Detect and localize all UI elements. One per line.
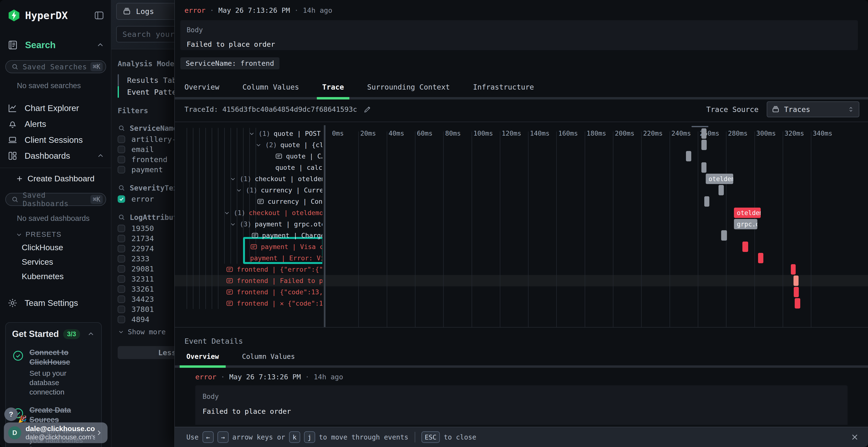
span-row[interactable]: quote | calc… bbox=[175, 162, 322, 173]
preset-item-kubernetes[interactable]: Kubernetes bbox=[22, 272, 111, 282]
span-row[interactable]: (1)checkout | oteldemo.Pa… bbox=[175, 207, 322, 218]
span-row[interactable]: (2)quote | {cl… bbox=[175, 139, 322, 150]
checkbox[interactable] bbox=[118, 235, 125, 242]
span-row[interactable]: payment | Charge … bbox=[175, 230, 322, 241]
span-row[interactable]: (1)currency | Currenc… bbox=[175, 184, 322, 196]
span-bar-label: oteldem bbox=[734, 209, 761, 216]
timeline-gridline bbox=[585, 132, 585, 327]
span-bar[interactable]: oteldem bbox=[734, 208, 761, 218]
checkbox[interactable] bbox=[118, 255, 125, 263]
event-details-tab-overview[interactable]: Overview bbox=[180, 350, 226, 365]
checkbox[interactable] bbox=[118, 166, 125, 173]
tab-trace[interactable]: Trace bbox=[322, 79, 344, 97]
span-row[interactable]: frontend | {"code":13,"det… bbox=[175, 286, 322, 298]
sidebar-nav: Chart ExplorerAlertsClient SessionsDashb… bbox=[0, 100, 111, 164]
checkbox[interactable] bbox=[118, 225, 125, 232]
checkbox[interactable] bbox=[118, 146, 125, 153]
chevron-down-icon[interactable] bbox=[229, 176, 236, 182]
tree-scrollbar[interactable] bbox=[324, 125, 326, 327]
checkbox[interactable] bbox=[118, 195, 125, 203]
span-bar[interactable] bbox=[794, 276, 799, 286]
collapse-sidebar-icon[interactable] bbox=[94, 10, 105, 21]
preset-item-clickhouse[interactable]: ClickHouse bbox=[22, 243, 111, 253]
span-row[interactable]: (1)quote | POST … bbox=[175, 128, 322, 139]
service-name-tag[interactable]: ServiceName: frontend bbox=[180, 57, 279, 69]
span-row[interactable]: payment | Visa ca… bbox=[175, 241, 322, 252]
span-bar[interactable] bbox=[718, 185, 724, 195]
checkbox[interactable] bbox=[118, 136, 125, 143]
chevron-down-icon[interactable] bbox=[236, 187, 242, 194]
sidebar-item-alerts[interactable]: Alerts bbox=[0, 116, 111, 132]
event-body-card: Body Failed to place order bbox=[180, 20, 858, 50]
checkbox[interactable] bbox=[118, 296, 125, 303]
span-bar[interactable] bbox=[721, 230, 727, 241]
span-row[interactable]: quote | C… bbox=[175, 150, 322, 162]
span-row[interactable]: (3)payment | grpc.oteld… bbox=[175, 218, 322, 230]
sidebar-item-client-sessions[interactable]: Client Sessions bbox=[0, 132, 111, 148]
trace-source-select[interactable]: Traces bbox=[767, 101, 859, 117]
tab-infrastructure[interactable]: Infrastructure bbox=[473, 79, 534, 97]
chevron-up-icon[interactable] bbox=[87, 330, 95, 338]
timeline-scroll-indicator[interactable] bbox=[691, 126, 708, 127]
checkbox[interactable] bbox=[118, 156, 125, 163]
span-bar[interactable] bbox=[758, 253, 763, 263]
event-details-tab-column-values[interactable]: Column Values bbox=[235, 350, 302, 365]
span-bar[interactable] bbox=[794, 287, 799, 297]
span-bar[interactable] bbox=[742, 242, 748, 252]
span-bar[interactable] bbox=[702, 162, 707, 173]
span-bar[interactable]: oteldem bbox=[706, 174, 733, 184]
arrow-left-key[interactable]: ← bbox=[203, 431, 214, 443]
sidebar-item-chart-explorer[interactable]: Chart Explorer bbox=[0, 100, 111, 116]
checkbox[interactable] bbox=[118, 275, 125, 283]
tab-surrounding-context[interactable]: Surrounding Context bbox=[367, 79, 450, 97]
checkbox[interactable] bbox=[118, 265, 125, 273]
span-row[interactable]: frontend | Failed to place… bbox=[175, 275, 322, 286]
get-started-item[interactable]: Connect to ClickHouseSet up your databas… bbox=[12, 348, 95, 397]
user-account-chip[interactable]: D dale@clickhouse.com dale@clickhouse.co… bbox=[4, 422, 107, 443]
close-icon[interactable] bbox=[850, 433, 859, 442]
create-dashboard-button[interactable]: Create Dashboard bbox=[16, 174, 111, 183]
checkbox[interactable] bbox=[118, 285, 125, 293]
trace-id-row: TraceId: 4156d3fbc40a64854d9dc7f68641593… bbox=[184, 101, 859, 118]
preset-item-services[interactable]: Services bbox=[22, 257, 111, 267]
divider bbox=[175, 122, 868, 122]
sidebar-item-team-settings[interactable]: Team Settings bbox=[7, 298, 105, 308]
sidebar-item-search[interactable]: Search bbox=[7, 39, 105, 50]
k-key[interactable]: k bbox=[289, 431, 300, 443]
chevron-down-icon[interactable] bbox=[248, 130, 255, 137]
span-row[interactable]: currency | Conv… bbox=[175, 196, 322, 207]
chevron-down-icon[interactable] bbox=[255, 142, 262, 148]
checkbox[interactable] bbox=[118, 306, 125, 313]
edit-trace-icon[interactable] bbox=[363, 105, 372, 113]
presets-section-toggle[interactable]: PRESETS bbox=[16, 231, 111, 238]
saved-dashboards-input[interactable]: Saved Dashboards ⌘K bbox=[5, 193, 106, 206]
tab-column-values[interactable]: Column Values bbox=[243, 79, 299, 97]
timeline-tick-label: 300ms bbox=[756, 130, 776, 137]
arrow-right-key[interactable]: → bbox=[217, 431, 228, 443]
j-key[interactable]: j bbox=[304, 431, 315, 443]
span-row[interactable]: frontend | ✕ {"code":13,"d… bbox=[175, 298, 322, 309]
tab-overview[interactable]: Overview bbox=[184, 79, 219, 97]
chevron-up-icon[interactable] bbox=[96, 41, 105, 49]
celebration-emoji: 🎉 bbox=[18, 415, 27, 423]
span-row[interactable]: (1)checkout | oteldemo.… bbox=[175, 173, 322, 184]
span-bar[interactable] bbox=[686, 151, 691, 161]
sidebar-item-dashboards[interactable]: Dashboards bbox=[0, 148, 111, 164]
checkbox[interactable] bbox=[118, 316, 125, 323]
shortcut-badge: ⌘K bbox=[90, 195, 103, 204]
span-bar[interactable] bbox=[795, 298, 800, 309]
span-bar[interactable] bbox=[704, 196, 709, 207]
span-bar[interactable] bbox=[702, 140, 707, 150]
span-bar[interactable] bbox=[791, 264, 796, 275]
esc-key[interactable]: ESC bbox=[422, 431, 440, 443]
chevron-down-icon[interactable] bbox=[223, 209, 230, 216]
help-button[interactable]: ? bbox=[4, 408, 18, 421]
span-bar[interactable] bbox=[702, 128, 707, 139]
checkbox[interactable] bbox=[118, 245, 125, 252]
trace-id-text: TraceId: 4156d3fbc40a64854d9dc7f68641593… bbox=[184, 105, 357, 113]
chevron-down-icon[interactable] bbox=[229, 221, 236, 228]
span-row[interactable]: frontend | {"error":{"code… bbox=[175, 264, 322, 275]
span-row[interactable]: payment | Error: Visa… bbox=[175, 252, 322, 264]
saved-searches-input[interactable]: Saved Searches ⌘K bbox=[5, 60, 106, 73]
span-bar[interactable]: grpc.o bbox=[734, 219, 757, 229]
